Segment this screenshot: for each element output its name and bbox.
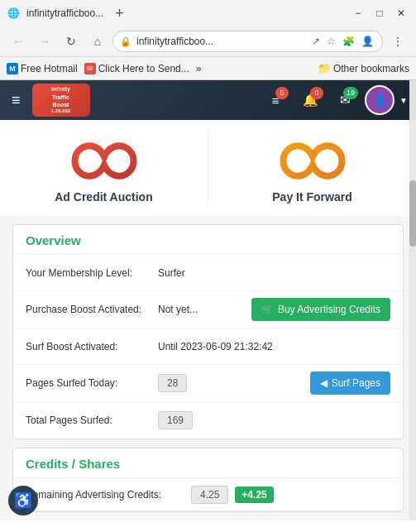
send-arrow-icon: ◀ — [320, 377, 328, 389]
hotmail-label: Free Hotmail — [21, 63, 78, 74]
bookmark-more[interactable]: » — [196, 63, 202, 74]
address-icons: ↗ ☆ 🧩 👤 — [310, 34, 375, 49]
buy-advertising-credits-label: Buy Advertising Credits — [278, 304, 380, 315]
credits-title: Credits / Shares — [26, 457, 120, 471]
page-content: ≡ Infinity Traffic Boost 1.28.002 ≡ 5 🔔 — [0, 80, 416, 520]
remaining-credits-value: 4.25 — [191, 486, 228, 504]
send-favicon: ✉ — [84, 63, 96, 74]
other-bookmarks-label: Other bookmarks — [333, 63, 409, 74]
hamburger-menu-button[interactable]: ≡ — [8, 89, 24, 113]
accessibility-button[interactable]: ♿ — [8, 486, 38, 515]
logo-container[interactable]: Infinity Traffic Boost 1.28.002 — [32, 84, 90, 117]
folder-icon: 📁 — [318, 62, 331, 74]
purchase-boost-label: Purchase Boost Activated: — [26, 304, 158, 315]
other-bookmarks[interactable]: 📁 Other bookmarks — [318, 62, 409, 74]
pay-it-forward-label: Pay It Forward — [272, 190, 351, 204]
mail-badge: 19 — [343, 87, 358, 99]
home-button[interactable]: ⌂ — [86, 30, 109, 53]
ad-credit-auction-label: Ad Credit Auction — [55, 190, 152, 204]
pages-surfed-today-label: Pages Surfed Today: — [26, 377, 158, 389]
page-scrollbar-thumb[interactable] — [409, 180, 416, 247]
avatar-dropdown-arrow[interactable]: ▼ — [399, 96, 408, 105]
list-icon-button[interactable]: ≡ 5 — [261, 85, 290, 115]
membership-level-row: Your Membership Level: Surfer — [13, 255, 403, 291]
title-bar-left: 🌐 infinitytrafficboo... + — [7, 5, 129, 22]
purchase-boost-value: Not yet... — [158, 304, 251, 315]
credits-header: Credits / Shares — [13, 448, 403, 478]
refresh-button[interactable]: ↻ — [60, 30, 83, 53]
cart-icon: 🛒 — [261, 304, 274, 315]
site-logo: Infinity Traffic Boost 1.28.002 — [32, 84, 90, 117]
hotmail-favicon: M — [7, 63, 18, 74]
surf-boost-label: Surf Boost Activated: — [26, 341, 158, 352]
pages-surfed-today-value: 28 — [158, 374, 187, 392]
nav-bar: ← → ↻ ⌂ 🔒 infinitytrafficboo... ↗ ☆ 🧩 👤 … — [0, 26, 416, 56]
minimize-button[interactable]: − — [350, 5, 366, 22]
mail-icon-button[interactable]: ✉ 19 — [330, 85, 360, 115]
membership-level-value: Surfer — [158, 267, 390, 279]
account-circle-icon[interactable]: 👤 — [360, 34, 375, 49]
more-options-button[interactable]: ⋮ — [386, 30, 409, 53]
total-pages-surfed-row: Total Pages Surfed: 169 — [13, 402, 403, 439]
forward-button[interactable]: → — [33, 30, 56, 53]
new-tab-button[interactable]: + — [110, 5, 129, 22]
remaining-credits-label: Remaining Advertising Credits: — [26, 489, 191, 501]
browser-chrome: 🌐 infinitytrafficboo... + − □ ✕ ← → ↻ ⌂ … — [0, 0, 416, 80]
avatar-icon: 👤 — [373, 93, 387, 107]
bookmark-send[interactable]: ✉ Click Here to Send... — [84, 63, 189, 74]
feature-ad-credit-auction[interactable]: Ad Credit Auction — [0, 128, 208, 204]
bookmark-star-icon[interactable]: ☆ — [325, 34, 337, 49]
overview-title: Overview — [26, 233, 81, 247]
page-scrollbar-track[interactable] — [409, 120, 416, 520]
total-pages-surfed-label: Total Pages Surfed: — [26, 415, 158, 426]
buy-advertising-credits-action: 🛒 Buy Advertising Credits — [251, 298, 390, 321]
extensions-icon[interactable]: 🧩 — [341, 34, 356, 49]
back-button[interactable]: ← — [7, 30, 30, 53]
list-badge: 5 — [275, 87, 289, 99]
accessibility-icon: ♿ — [14, 491, 32, 510]
overview-card: Overview Your Membership Level: Surfer P… — [12, 224, 404, 439]
window-controls: − □ ✕ — [350, 5, 409, 22]
total-pages-surfed-value: 169 — [158, 411, 193, 429]
send-label: Click Here to Send... — [98, 63, 189, 74]
header-icons: ≡ 5 🔔 0 ✉ 19 👤 ▼ — [261, 85, 408, 115]
share-icon[interactable]: ↗ — [310, 34, 322, 49]
purchase-boost-row: Purchase Boost Activated: Not yet... 🛒 B… — [13, 291, 403, 328]
pages-surfed-today-row: Pages Surfed Today: 28 ◀ Surf Pages — [13, 365, 403, 402]
maximize-button[interactable]: □ — [371, 5, 388, 22]
bell-badge: 0 — [310, 87, 323, 99]
avatar-button[interactable]: 👤 — [365, 85, 394, 115]
features-section: Ad Credit Auction Pay It Forward — [0, 120, 416, 216]
title-bar: 🌐 infinitytrafficboo... + − □ ✕ — [0, 0, 416, 26]
address-text: infinitytrafficboo... — [136, 36, 305, 47]
overview-header: Overview — [13, 225, 403, 255]
close-button[interactable]: ✕ — [393, 5, 409, 22]
surf-boost-row: Surf Boost Activated: Until 2023-06-09 2… — [13, 328, 403, 365]
membership-level-label: Your Membership Level: — [26, 267, 158, 279]
surf-pages-action: ◀ Surf Pages — [310, 371, 390, 395]
surf-boost-value: Until 2023-06-09 21:32:42 — [158, 341, 390, 352]
lock-icon: 🔒 — [120, 36, 131, 47]
site-header: ≡ Infinity Traffic Boost 1.28.002 ≡ 5 🔔 — [0, 80, 416, 120]
ad-credit-infinity-icon — [63, 128, 146, 186]
credits-section: Credits / Shares Remaining Advertising C… — [12, 448, 404, 512]
bookmark-hotmail[interactable]: M Free Hotmail — [7, 63, 78, 74]
bookmarks-bar: M Free Hotmail ✉ Click Here to Send... »… — [0, 56, 416, 79]
more-bookmarks-label: » — [196, 63, 202, 74]
surf-pages-button[interactable]: ◀ Surf Pages — [310, 371, 390, 395]
address-bar[interactable]: 🔒 infinitytrafficboo... ↗ ☆ 🧩 👤 — [112, 31, 383, 52]
surf-pages-label: Surf Pages — [332, 377, 380, 389]
tab-title: infinitytrafficboo... — [26, 7, 103, 19]
remaining-credits-row: Remaining Advertising Credits: 4.25 +4.2… — [13, 478, 403, 511]
credits-plus-value: +4.25 — [235, 486, 273, 503]
bell-icon-button[interactable]: 🔔 0 — [295, 85, 325, 115]
buy-advertising-credits-button[interactable]: 🛒 Buy Advertising Credits — [251, 298, 390, 321]
pay-it-forward-infinity-icon — [271, 128, 354, 186]
feature-pay-it-forward[interactable]: Pay It Forward — [208, 128, 416, 204]
browser-logo-icon: 🌐 — [7, 7, 20, 20]
